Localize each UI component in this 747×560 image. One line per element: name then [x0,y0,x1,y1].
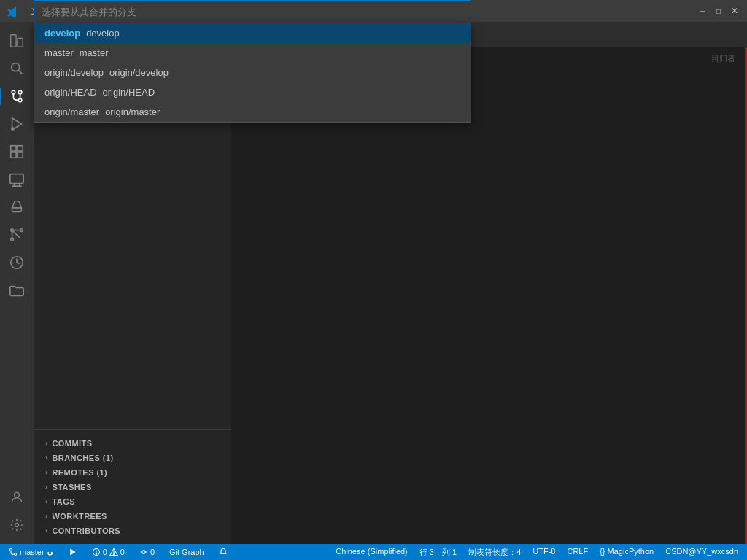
svg-line-3 [18,70,22,74]
branch-master-name: master [44,47,74,58]
branch-item-origin-head[interactable]: origin/HEAD origin/HEAD [34,82,471,102]
section-stashes[interactable]: › STASHES [34,480,231,494]
tab-size-label: 制表符长度：4 [468,547,521,558]
svg-point-2 [12,63,20,71]
sync-icon [47,548,54,556]
svg-point-19 [11,229,14,232]
status-csdn[interactable]: CSDN@YY_wxcsdn [662,547,741,556]
section-commits[interactable]: › COMMITS [34,436,231,451]
contributors-label: CONTRIBUTORS [52,526,120,535]
chevron-remotes-icon: › [45,469,47,476]
activity-item-test[interactable] [4,194,30,220]
svg-point-4 [12,90,15,94]
status-errors[interactable]: 0 0 [89,544,128,560]
svg-point-36 [10,549,12,551]
branch-origin-master-desc: origin/master [105,106,160,117]
activity-item-run[interactable] [4,111,30,137]
status-git-commit[interactable]: 0 [136,544,158,560]
section-tags[interactable]: › TAGS [34,494,231,509]
activity-item-remote[interactable] [4,166,30,192]
activity-item-extensions[interactable] [4,139,30,165]
status-encoding[interactable]: UTF-8 [530,547,558,556]
branch-item-origin-master[interactable]: origin/master origin/master [34,102,471,122]
tags-label: TAGS [52,497,75,506]
language-mode-label: {} MagicPython [600,547,654,556]
branches-label: BRANCHES (1) [52,454,113,462]
branch-develop-desc: develop [86,28,120,39]
svg-rect-1 [18,38,23,47]
branch-input-box [34,0,471,23]
status-bell[interactable] [216,544,231,560]
activity-item-timer[interactable] [4,249,30,276]
activity-item-folder[interactable] [4,277,30,303]
branch-origin-head-desc: origin/HEAD [103,87,155,98]
branch-dropdown-list: develop develop master master origin/dev… [34,23,471,122]
branch-develop-name: develop [44,28,80,39]
svg-point-6 [18,90,22,94]
status-right: Chinese (Simplified) 行 3，列 1 制表符长度：4 UTF… [333,547,741,558]
svg-rect-0 [11,35,16,47]
status-bar: master 0 0 0 Git Graph [0,544,747,560]
svg-rect-15 [10,174,23,184]
maximize-button[interactable]: □ [713,6,724,16]
activity-item-account[interactable] [4,484,30,510]
activity-item-files[interactable] [4,28,30,54]
status-position[interactable]: 行 3，列 1 [417,547,460,558]
branch-item-origin-develop[interactable]: origin/develop origin/develop [34,63,471,82]
chevron-worktrees-icon: › [45,513,47,520]
status-git-graph[interactable]: Git Graph [166,544,207,560]
section-worktrees[interactable]: › WORKTREES [34,509,231,524]
svg-rect-13 [11,152,16,158]
svg-line-24 [13,231,20,238]
minimize-button[interactable]: ─ [697,6,708,16]
branch-master-desc: master [80,47,109,58]
language-detect-label: Chinese (Simplified) [336,547,407,556]
svg-rect-12 [18,146,23,151]
activity-item-git[interactable] [4,83,30,109]
branch-origin-develop-name: origin/develop [44,67,104,78]
section-branches[interactable]: › BRANCHES (1) [34,451,231,465]
status-git-actions[interactable] [66,544,80,560]
commits-label: COMMITS [52,439,92,448]
status-tab-size[interactable]: 制表符长度：4 [465,547,524,558]
activity-item-settings[interactable] [4,512,30,538]
activity-item-git2[interactable] [4,222,30,248]
status-language-mode[interactable]: {} MagicPython [597,547,657,556]
branch-icon [9,548,18,556]
svg-point-27 [15,524,19,527]
position-label: 行 3，列 1 [419,547,457,558]
section-contributors[interactable]: › CONTRIBUTORS [34,524,231,538]
worktrees-label: WORKTREES [52,512,107,521]
stashes-label: STASHES [52,483,91,491]
svg-point-37 [15,553,17,556]
branch-search-input[interactable] [42,7,463,18]
errors-icon [92,548,101,556]
chevron-commits-icon: › [45,440,47,447]
section-remotes[interactable]: › REMOTES (1) [34,465,231,480]
vscode-logo [7,5,19,17]
branch-merge-dropdown: develop develop master master origin/dev… [34,0,471,122]
remotes-label: REMOTES (1) [52,468,107,477]
status-language-detect[interactable]: Chinese (Simplified) [333,547,410,556]
activity-item-search[interactable] [4,55,30,82]
svg-point-20 [20,229,23,232]
branch-origin-master-name: origin/master [44,106,99,117]
svg-point-5 [18,98,22,102]
bell-icon [219,548,228,556]
status-line-ending[interactable]: CRLF [564,547,591,556]
status-branch[interactable]: master [6,544,57,560]
git-actions-icon [69,548,77,556]
chevron-tags-icon: › [45,498,47,505]
svg-point-45 [113,553,114,554]
branch-item-master[interactable]: master master [34,43,471,63]
branch-origin-head-name: origin/HEAD [44,87,97,98]
chevron-branches-icon: › [45,454,47,462]
git-graph-status-label: Git Graph [169,548,204,556]
svg-rect-14 [18,152,23,158]
commit-icon [139,548,148,556]
svg-point-26 [15,492,20,497]
errors-count: 0 [103,548,107,556]
branch-item-develop[interactable]: develop develop [34,23,471,43]
sidebar-spacer [34,117,231,429]
close-button[interactable]: ✕ [729,6,740,16]
